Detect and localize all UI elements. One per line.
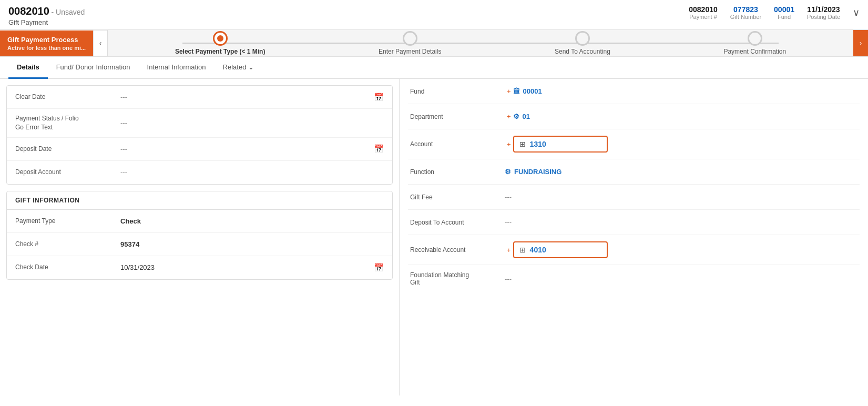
step-3-label: Send To Accounting — [555, 48, 610, 55]
fund-label: Fund — [410, 88, 505, 95]
step-1-circle — [213, 31, 228, 46]
meta-posting-value: 11/1/2023 — [807, 5, 840, 14]
function-value: ⚙ FUNDRAISING — [505, 168, 561, 176]
step-2-label: Enter Payment Details — [379, 48, 441, 55]
tabs-bar: Details Fund/ Donor Information Internal… — [0, 57, 868, 79]
process-bar-next-button[interactable]: › — [853, 30, 868, 56]
deposit-date-calendar-icon[interactable]: 📅 — [374, 144, 384, 154]
meta-gift-number: 077823 Gift Number — [730, 5, 761, 20]
gift-fee-value: --- — [505, 193, 512, 201]
function-label: Function — [410, 168, 505, 176]
receivable-account-value-text: 4010 — [530, 246, 546, 254]
tab-related[interactable]: Related ⌄ — [215, 57, 263, 79]
tab-details[interactable]: Details — [8, 57, 48, 79]
meta-posting-label: Posting Date — [807, 14, 840, 20]
chevron-down-icon: ⌄ — [248, 63, 254, 71]
receivable-account-label: Receivable Account — [410, 246, 505, 253]
account-field-box[interactable]: ⊞ 1310 — [513, 136, 608, 153]
step-1: Select Payment Type (< 1 Min) — [175, 31, 265, 55]
tab-related-label: Related — [223, 63, 247, 71]
record-type: Gift Payment — [8, 18, 85, 26]
unsaved-label: - Unsaved — [52, 8, 85, 16]
meta-payment-number: 0082010 Payment # — [689, 5, 718, 20]
meta-payment-label: Payment # — [689, 14, 717, 20]
function-gear-icon: ⚙ — [505, 168, 511, 176]
record-id-line: 0082010 - Unsaved — [8, 5, 85, 17]
tab-fund-donor[interactable]: Fund/ Donor Information — [48, 57, 139, 79]
steps-container: Select Payment Type (< 1 Min) Enter Paym… — [108, 31, 853, 55]
function-value-text[interactable]: FUNDRAISING — [514, 168, 561, 176]
process-bar-sub: Active for less than one mi... — [7, 45, 86, 51]
deposit-to-account-label: Deposit To Account — [410, 219, 505, 226]
process-bar: Gift Payment Process Active for less tha… — [0, 30, 868, 57]
check-date-row: Check Date 10/31/2023 📅 — [7, 256, 392, 279]
clear-date-label: Clear Date — [15, 93, 120, 102]
tab-internal-info[interactable]: Internal Information — [139, 57, 215, 79]
header-chevron-icon[interactable]: ∨ — [853, 7, 860, 18]
account-table-icon: ⊞ — [519, 140, 526, 148]
process-bar-prev-button[interactable]: ‹ — [93, 30, 108, 56]
check-number-row: Check # 95374 — [7, 233, 392, 256]
left-panel: Clear Date --- 📅 Payment Status / FolioG… — [0, 79, 400, 395]
function-row: Function ⚙ FUNDRAISING — [408, 159, 860, 185]
check-date-calendar-icon[interactable]: 📅 — [374, 263, 384, 272]
foundation-matching-value: --- — [505, 275, 512, 283]
payment-status-value: --- — [120, 119, 384, 127]
step-4: Payment Confirmation — [723, 31, 786, 55]
department-value: ⚙ 01 — [513, 113, 530, 120]
payment-type-row: Payment Type Check — [7, 210, 392, 233]
receivable-account-row: Receivable Account + ⊞ 4010 — [408, 235, 860, 265]
receivable-account-required-star: + — [507, 246, 511, 254]
deposit-date-row: Deposit Date --- 📅 — [7, 138, 392, 161]
check-date-value: 10/31/2023 — [120, 263, 374, 271]
fund-row: Fund + 🏛 00001 — [408, 79, 860, 104]
check-number-value: 95374 — [120, 240, 384, 248]
payment-type-value: Check — [120, 217, 384, 225]
payment-status-label: Payment Status / FolioGo Error Text — [15, 114, 120, 132]
clear-date-value: --- — [120, 93, 374, 101]
deposit-to-account-row: Deposit To Account --- — [408, 210, 860, 235]
account-label: Account — [410, 140, 505, 148]
gift-fee-label: Gift Fee — [410, 194, 505, 201]
department-value-text[interactable]: 01 — [523, 113, 530, 120]
fund-value: 🏛 00001 — [513, 87, 542, 95]
meta-fund: 00001 Fund — [774, 5, 794, 20]
receivable-account-field-box[interactable]: ⊞ 4010 — [513, 241, 608, 258]
step-3: Send To Accounting — [555, 31, 610, 55]
meta-payment-value: 0082010 — [689, 5, 718, 14]
fund-value-text[interactable]: 00001 — [523, 87, 542, 95]
meta-posting-date: 11/1/2023 Posting Date — [807, 5, 840, 20]
department-row: Department + ⚙ 01 — [408, 104, 860, 129]
department-gear-icon: ⚙ — [513, 113, 519, 120]
record-id: 0082010 — [8, 5, 49, 17]
step-4-label: Payment Confirmation — [723, 48, 786, 55]
main-content: Clear Date --- 📅 Payment Status / FolioG… — [0, 79, 868, 395]
deposit-date-value: --- — [120, 145, 374, 153]
meta-fund-value[interactable]: 00001 — [774, 5, 794, 14]
gift-info-section: GIFT INFORMATION Payment Type Check Chec… — [6, 191, 393, 280]
step-4-circle — [748, 31, 762, 46]
payment-type-label: Payment Type — [15, 217, 120, 226]
header-left: 0082010 - Unsaved Gift Payment — [8, 5, 85, 26]
department-required-star: + — [507, 113, 511, 120]
upper-form-section: Clear Date --- 📅 Payment Status / FolioG… — [6, 85, 393, 185]
account-value-text: 1310 — [530, 140, 546, 148]
account-required-star: + — [507, 140, 511, 148]
deposit-to-account-value: --- — [505, 218, 512, 226]
deposit-date-label: Deposit Date — [15, 145, 120, 154]
deposit-account-row: Deposit Account --- — [7, 161, 392, 184]
top-header: 0082010 - Unsaved Gift Payment 0082010 P… — [0, 0, 868, 30]
steps-line — [182, 43, 779, 44]
check-number-label: Check # — [15, 240, 120, 249]
clear-date-row: Clear Date --- 📅 — [7, 86, 392, 109]
payment-status-row: Payment Status / FolioGo Error Text --- — [7, 109, 392, 138]
process-bar-title: Gift Payment Process — [7, 36, 86, 44]
header-right: 0082010 Payment # 077823 Gift Number 000… — [689, 5, 860, 20]
clear-date-calendar-icon[interactable]: 📅 — [374, 93, 384, 102]
meta-gift-value[interactable]: 077823 — [733, 5, 758, 14]
department-label: Department — [410, 113, 505, 120]
receivable-account-table-icon: ⊞ — [519, 246, 526, 254]
foundation-matching-row: Foundation MatchingGift --- — [408, 265, 860, 292]
deposit-account-label: Deposit Account — [15, 168, 120, 177]
gift-section-title: GIFT INFORMATION — [7, 191, 392, 210]
